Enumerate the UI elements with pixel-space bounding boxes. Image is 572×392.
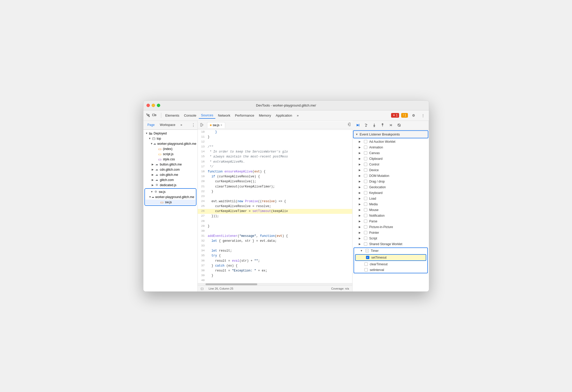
editor-horizontal-scrollbar[interactable] (198, 283, 352, 285)
tree-item-script-js[interactable]: ▭ script.js (143, 152, 197, 157)
bp-checkbox-dom-mutation[interactable] (364, 174, 367, 177)
error-badge[interactable]: ✕ 1 (391, 113, 399, 118)
maximize-button[interactable] (157, 104, 160, 107)
tree-item-sw-js-parent[interactable]: ▼ ⚙ sw.js (145, 189, 195, 194)
bp-checkbox-ad-auction[interactable] (364, 140, 367, 143)
more-secondary-tabs[interactable]: » (178, 122, 184, 127)
bp-checkbox-animation[interactable] (364, 146, 367, 149)
bp-item-pip[interactable]: ▶ Picture-in-Picture (353, 224, 429, 230)
tree-item-button-glitch[interactable]: ▶ ☁ button.glitch.me (143, 162, 197, 167)
tree-item-style-css[interactable]: ▭ style.css (143, 157, 197, 162)
step-out-button[interactable] (379, 122, 386, 128)
bp-item-notification[interactable]: ▶ Notification (353, 213, 429, 218)
bp-item-setinterval[interactable]: setInterval (354, 267, 427, 273)
warning-badge[interactable]: ! 1 (401, 113, 408, 118)
bp-checkbox-timer[interactable]: － (365, 249, 369, 252)
code-content[interactable]: 10 } 11 } 12 13 /** (198, 130, 352, 283)
bp-checkbox-media[interactable] (364, 202, 367, 206)
tab-network[interactable]: Network (216, 112, 232, 118)
tab-application[interactable]: Application (274, 112, 294, 118)
editor-tab-sw-js[interactable]: ■ sw.js × (207, 122, 225, 128)
bp-checkbox-notification[interactable] (364, 214, 367, 217)
tree-item-worker-playground-1[interactable]: ▼ ☁ worker-playground.glitch.me (143, 141, 197, 146)
bp-checkbox-clipboard[interactable] (364, 157, 367, 160)
tree-item-glitch-com[interactable]: ▶ ☁ glitch.com (143, 177, 197, 183)
bp-checkbox-device[interactable] (364, 168, 367, 172)
bp-checkbox-setinterval[interactable] (364, 268, 368, 272)
bp-checkbox-drag-drop[interactable] (364, 180, 367, 183)
more-options-button[interactable]: ⋮ (419, 112, 427, 118)
secondary-toolbar-kebab[interactable]: ⋮ (191, 123, 195, 127)
bp-item-control[interactable]: ▶ Control (353, 162, 429, 167)
tab-sources[interactable]: Sources (199, 112, 215, 119)
step-into-button[interactable] (371, 122, 377, 128)
bp-item-parse[interactable]: ▶ Parse (353, 218, 429, 224)
device-toggle-icon[interactable] (152, 113, 157, 118)
tree-item-deployed[interactable]: ▼ Deployed (143, 131, 197, 136)
inspect-element-icon[interactable] (145, 113, 151, 118)
bp-subsection: ▶ Ad Auction Worklet ▶ Animation ▶ Canva… (353, 139, 429, 274)
resume-button[interactable] (355, 122, 361, 128)
close-button[interactable] (146, 104, 150, 107)
bp-item-shared-storage[interactable]: ▶ Shared Storage Worklet (353, 241, 429, 247)
bp-checkbox-control[interactable] (364, 163, 367, 166)
tree-item-cdn-glitch-me[interactable]: ▶ ☁ cdn.glitch.me (143, 172, 197, 177)
bp-item-drag-drop[interactable]: ▶ Drag / drop (353, 179, 429, 184)
bp-item-pointer[interactable]: ▶ Pointer (353, 230, 429, 236)
bp-item-canvas[interactable]: ▶ Canvas (353, 150, 429, 156)
bp-item-clipboard[interactable]: ▶ Clipboard (353, 156, 429, 162)
file-tree: ▼ Deployed ▼ top (143, 130, 198, 292)
bp-item-media[interactable]: ▶ Media (353, 201, 429, 207)
deactivate-breakpoints-button[interactable] (396, 122, 402, 128)
bp-item-script[interactable]: ▶ Script (353, 236, 429, 241)
bp-checkbox-shared-storage[interactable] (364, 242, 367, 246)
more-tabs-button[interactable]: » (295, 112, 301, 118)
tab-performance[interactable]: Performance (233, 112, 256, 118)
tree-item-top[interactable]: ▼ top (143, 136, 197, 141)
settings-button[interactable]: ⚙ (410, 112, 417, 118)
tree-item-dedicated-js[interactable]: ▶ ⚙ dedicated.js (143, 183, 197, 188)
bp-checkbox-script[interactable] (364, 237, 367, 240)
collapse-right-icon[interactable] (346, 122, 350, 127)
tab-memory[interactable]: Memory (257, 112, 273, 118)
bp-item-keyboard[interactable]: ▶ Keyboard (353, 190, 429, 196)
step-button[interactable] (388, 122, 394, 128)
tab-workspace[interactable]: Workspace (158, 122, 178, 127)
bp-checkbox-canvas[interactable] (364, 151, 367, 155)
bp-checkbox-load[interactable] (364, 197, 367, 200)
bp-item-device[interactable]: ▶ Device (353, 167, 429, 173)
minimize-button[interactable] (152, 104, 155, 107)
tab-console[interactable]: Console (182, 112, 199, 118)
bp-checkbox-geolocation[interactable] (364, 185, 367, 189)
event-listener-breakpoints-header[interactable]: ▼ Event Listener Breakpoints (353, 130, 428, 138)
tree-item-index[interactable]: ▭ (index) (143, 146, 197, 152)
bp-item-timer[interactable]: ▼ － Timer (354, 248, 427, 254)
bp-item-settimeout[interactable]: ✓ setTimeout (355, 254, 426, 261)
bp-checkbox-mouse[interactable] (364, 208, 367, 212)
tree-item-sw-js-child[interactable]: ▭ sw.js (145, 200, 195, 205)
bp-checkbox-cleartimeout[interactable] (364, 262, 368, 266)
bp-checkbox-pip[interactable] (364, 225, 367, 229)
tab-close-icon[interactable]: × (221, 123, 222, 127)
devtools-body: Page Workspace » ⋮ ■ sw.js × (143, 121, 429, 292)
bp-item-animation[interactable]: ▶ Animation (353, 145, 429, 150)
bp-checkbox-settimeout[interactable]: ✓ (366, 256, 369, 259)
bp-item-load[interactable]: ▶ Load (353, 196, 429, 201)
tree-item-cdn-glitch-com[interactable]: ▶ ☁ cdn.glitch.com (143, 167, 197, 172)
bp-item-geolocation[interactable]: ▶ Geolocation (353, 184, 429, 190)
scrollbar-thumb[interactable] (206, 283, 257, 285)
kebab-icon[interactable]: ⋮ (191, 123, 195, 127)
tab-elements[interactable]: Elements (163, 112, 181, 118)
bp-item-dom-mutation[interactable]: ▶ DOM Mutation (353, 173, 429, 179)
format-button[interactable]: { } (201, 287, 203, 290)
bp-item-cleartimeout[interactable]: clearTimeout (354, 261, 427, 267)
bp-checkbox-parse[interactable] (364, 220, 367, 223)
bp-item-ad-auction[interactable]: ▶ Ad Auction Worklet (353, 139, 429, 145)
tree-item-worker-playground-2[interactable]: ▼ ☁ worker-playground.glitch.me (145, 194, 195, 200)
tab-page[interactable]: Page (145, 122, 157, 127)
bp-checkbox-keyboard[interactable] (364, 191, 367, 194)
step-over-button[interactable] (363, 122, 369, 128)
bp-item-mouse[interactable]: ▶ Mouse (353, 207, 429, 213)
bp-checkbox-pointer[interactable] (364, 231, 367, 234)
collapse-left-icon[interactable] (200, 122, 205, 127)
